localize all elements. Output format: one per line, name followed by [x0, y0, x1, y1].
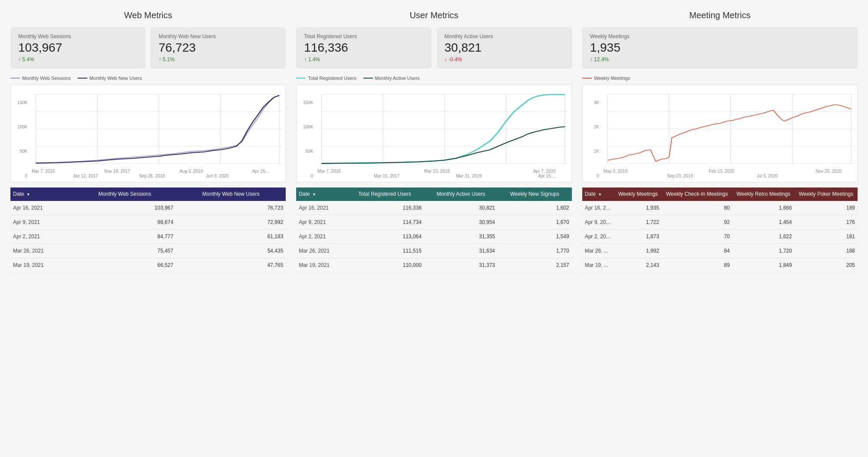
total-registered-label: Total Registered Users	[304, 33, 423, 39]
meeting-chart-y-labels: 3K 2K 1K 0	[584, 100, 599, 178]
user-table-active-header: Monthly Active Users	[424, 187, 498, 201]
meeting-chart-x-labels2: Sep 23, 2019 Jul 5, 2020	[586, 174, 854, 178]
table-cell: 1,992	[614, 244, 662, 258]
table-cell: 2,157	[498, 258, 572, 273]
table-cell: 47,765	[176, 258, 286, 273]
table-cell: Apr 16, 2021	[296, 201, 345, 215]
dashboard: Web Metrics Monthly Web Sessions 103,967…	[10, 10, 858, 273]
table-cell: 103,967	[74, 201, 176, 215]
meeting-data-table: Date ▼ Weekly Meetings Weekly Check-In M…	[582, 187, 858, 273]
table-cell: 31,355	[424, 230, 498, 244]
table-cell: Apr 9, 2021	[296, 215, 345, 230]
web-sessions-kpi: Monthly Web Sessions 103,967 ↑ 5.4%	[10, 27, 145, 69]
web-table-date-header[interactable]: Date ▼	[10, 187, 74, 201]
user-table-signups-header: Weekly New Signups	[498, 187, 572, 201]
meeting-metrics-title: Meeting Metrics	[582, 10, 858, 20]
table-cell: 89	[662, 258, 733, 273]
table-row: Apr 9, 20...1,722921,454176	[582, 215, 858, 230]
web-data-table: Date ▼ Monthly Web Sessions Monthly Web …	[10, 187, 286, 273]
weekly-meetings-label: Weekly Meetings	[590, 33, 850, 39]
web-chart-x-labels: Mar 7, 2016 Nov 19, 2017 Aug 3, 2019 Apr…	[14, 168, 282, 174]
table-row: Apr 2, 202184,77761,183	[10, 230, 286, 244]
meeting-kpi-row: Weekly Meetings 1,935 ↑ 12.4%	[582, 27, 858, 69]
user-metrics-section: User Metrics Total Registered Users 116,…	[296, 10, 571, 273]
total-registered-value: 116,336	[304, 41, 423, 55]
web-new-users-kpi: Monthly Web New Users 76,723 ↑ 5.1%	[151, 27, 286, 69]
table-cell: 1,770	[498, 244, 572, 258]
user-chart-legend: Total Registered Users Monthly Active Us…	[296, 76, 571, 81]
table-cell: 84,777	[74, 230, 176, 244]
table-cell: 205	[795, 258, 858, 273]
user-chart-x-labels: Mar 7, 2016 Mar 23, 2018 Apr 7, 2020	[300, 168, 568, 174]
meeting-table-weekly-header: Weekly Meetings	[614, 187, 662, 201]
monthly-active-label: Monthly Active Users	[445, 33, 564, 39]
monthly-active-legend-item: Monthly Active Users	[363, 76, 420, 81]
table-cell: 70	[662, 230, 733, 244]
table-cell: 176	[795, 215, 858, 230]
total-registered-legend-label: Total Registered Users	[308, 76, 356, 81]
web-sessions-label: Monthly Web Sessions	[18, 33, 138, 39]
table-cell: 181	[795, 230, 858, 244]
table-cell: Apr 2, 20...	[582, 230, 614, 244]
web-new-users-change: ↑ 5.1%	[158, 56, 278, 62]
web-new-users-legend-line	[78, 78, 87, 79]
web-sessions-legend-item: Monthly Web Sessions	[10, 76, 71, 81]
table-row: Apr 16, 2021103,96776,723	[10, 201, 286, 215]
web-metrics-section: Web Metrics Monthly Web Sessions 103,967…	[10, 10, 286, 273]
meeting-chart-x-labels: May 3, 2019 Feb 13, 2020 Nov 25, 2020	[586, 168, 854, 174]
table-cell: Mar 19, 2021	[10, 258, 74, 273]
table-cell: 98,674	[74, 215, 176, 230]
table-cell: 31,634	[424, 244, 498, 258]
table-row: Mar 26, 2021111,51531,6341,770	[296, 244, 571, 258]
table-cell: 75,457	[74, 244, 176, 258]
meeting-table-retro-header: Weekly Retro Meetings	[733, 187, 795, 201]
table-row: Mar 19, ...2,143891,849205	[582, 258, 858, 273]
table-cell: Apr 16, 2021	[10, 201, 74, 215]
table-cell: 1,722	[614, 215, 662, 230]
monthly-active-legend-label: Monthly Active Users	[375, 76, 420, 81]
table-cell: 66,527	[74, 258, 176, 273]
table-cell: 188	[795, 244, 858, 258]
web-new-users-value: 76,723	[158, 41, 278, 55]
table-cell: 1,720	[733, 244, 795, 258]
table-cell: 61,183	[176, 230, 286, 244]
table-cell: Apr 2, 2021	[296, 230, 345, 244]
user-chart-x-labels2: Mar 15, 2017 Mar 31, 2019 Apr 15,...	[300, 174, 568, 178]
table-cell: 1,454	[733, 215, 795, 230]
table-row: Apr 2, 20...1,873701,622181	[582, 230, 858, 244]
user-chart-container: 150K 100K 50K 0	[296, 84, 571, 182]
total-registered-legend-line	[296, 78, 306, 79]
table-cell: 1,622	[733, 230, 795, 244]
meeting-chart-container: 3K 2K 1K 0	[582, 84, 858, 182]
table-cell: 116,336	[345, 201, 424, 215]
table-row: Mar 26, 202175,45754,435	[10, 244, 286, 258]
web-chart-legend: Monthly Web Sessions Monthly Web New Use…	[10, 76, 286, 81]
user-data-table: Date ▼ Total Registered Users Monthly Ac…	[296, 187, 571, 273]
table-cell: 1,670	[498, 215, 572, 230]
table-cell: 114,734	[345, 215, 424, 230]
table-cell: 1,849	[733, 258, 795, 273]
web-new-users-legend-item: Monthly Web New Users	[78, 76, 142, 81]
meeting-table-date-header[interactable]: Date ▼	[582, 187, 614, 201]
table-row: Mar 19, 202166,52747,765	[10, 258, 286, 273]
total-registered-change: ↑ 1.4%	[304, 56, 423, 62]
table-cell: Apr 9, 2021	[10, 215, 74, 230]
weekly-meetings-kpi: Weekly Meetings 1,935 ↑ 12.4%	[582, 27, 858, 69]
web-chart-svg	[14, 90, 282, 168]
meeting-table-checkin-header: Weekly Check-In Meetings	[662, 187, 733, 201]
table-row: Apr 9, 2021114,73430,9541,670	[296, 215, 571, 230]
user-kpi-row: Total Registered Users 116,336 ↑ 1.4% Mo…	[296, 27, 571, 69]
web-chart-x-labels2: Jan 12, 2017 Sep 26, 2018 Jun 9, 2020	[14, 174, 282, 178]
user-table-date-header[interactable]: Date ▼	[296, 187, 345, 201]
weekly-meetings-value: 1,935	[590, 41, 850, 55]
weekly-meetings-legend-line	[582, 78, 592, 79]
table-cell: 30,821	[424, 201, 498, 215]
monthly-active-legend-line	[363, 78, 373, 79]
web-kpi-row: Monthly Web Sessions 103,967 ↑ 5.4% Mont…	[10, 27, 286, 69]
web-new-users-legend-label: Monthly Web New Users	[89, 76, 142, 81]
table-cell: 76,723	[176, 201, 286, 215]
monthly-active-kpi: Monthly Active Users 30,821 ↓ -0.4%	[437, 27, 572, 69]
monthly-active-value: 30,821	[445, 41, 564, 55]
user-chart-svg	[300, 90, 568, 168]
user-chart-y-labels: 150K 100K 50K 0	[297, 100, 313, 178]
